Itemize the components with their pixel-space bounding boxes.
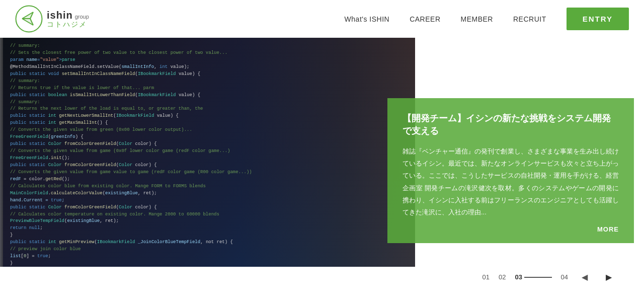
card-title: 【開発チーム】イシンの新たな挑戦をシステム開発で支える [403,112,619,137]
logo-icon [15,5,43,33]
info-card: 【開発チーム】イシンの新たな挑戦をシステム開発で支える 雑誌『ベンチャー通信』の… [387,98,634,243]
pagination: 01 02 03 04 ◀ ▶ [482,269,617,284]
code-screen: // summary: // Sets the closest free pow… [0,38,415,302]
nav-member[interactable]: MEMBER [461,15,493,23]
nav-whats-ishin[interactable]: What's ISHIN [345,15,390,23]
prev-arrow[interactable]: ◀ [577,269,592,284]
main-nav: What's ISHIN CAREER MEMBER RECRUIT ENTRY [345,8,629,30]
entry-button[interactable]: ENTRY [567,8,629,30]
page-01[interactable]: 01 [482,273,490,281]
page-line [524,277,552,278]
hero-background: // summary: // Sets the closest free pow… [0,38,415,302]
nav-recruit[interactable]: RECRUIT [513,15,546,23]
hero-section: // summary: // Sets the closest free pow… [0,38,644,302]
logo-katakana: コトハジメ [47,21,89,28]
nav-career[interactable]: CAREER [410,15,440,23]
card-body: 雑誌『ベンチャー通信』の発刊で創業し、さまざまな事業を生み出し続けているイシン。… [403,145,619,218]
logo-text: ishin group コトハジメ [47,10,89,28]
bottom-bar: 01 02 03 04 ◀ ▶ [0,267,644,302]
next-arrow[interactable]: ▶ [601,269,616,284]
page-02[interactable]: 02 [499,273,506,281]
header: ishin group コトハジメ What's ISHIN CAREER ME… [0,0,644,38]
logo[interactable]: ishin group コトハジメ [15,5,89,33]
card-more-link[interactable]: MORE [403,225,619,233]
page-03[interactable]: 03 [515,273,551,281]
logo-group: group [75,14,89,20]
logo-brand: ishin [47,10,73,21]
page-04[interactable]: 04 [561,273,568,281]
